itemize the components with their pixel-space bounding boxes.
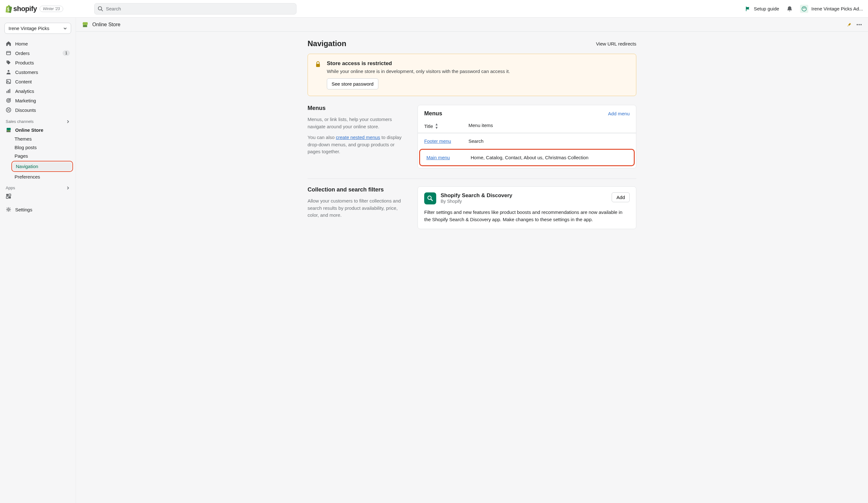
subnav-blog-posts[interactable]: Blog posts — [11, 143, 73, 152]
svg-rect-7 — [7, 91, 8, 93]
sidebar-item-settings[interactable]: Settings — [2, 205, 73, 214]
subnav-label: Blog posts — [14, 145, 37, 150]
subnav-themes[interactable]: Themes — [11, 135, 73, 143]
th-title-label: Title — [424, 124, 433, 129]
svg-point-2 — [802, 6, 806, 11]
sidebar-item-discounts[interactable]: Discounts — [2, 105, 73, 115]
page-title: Navigation — [308, 39, 347, 48]
account-name: Irene Vintage Picks Ad... — [812, 6, 863, 11]
subnav-label: Pages — [14, 153, 28, 159]
tag-icon — [6, 60, 11, 65]
subnav-label: Preferences — [14, 174, 40, 179]
highlight-main-menu-row: Main menu Home, Catalog, Contact, About … — [419, 149, 635, 166]
svg-point-20 — [8, 209, 9, 210]
notifications-icon[interactable] — [787, 6, 793, 12]
menus-desc-1: Menus, or link lists, help your customer… — [308, 116, 409, 130]
store-switcher[interactable]: Irene Vintage Picks — [4, 23, 71, 34]
sidebar-item-label: Orders — [15, 51, 30, 56]
sales-channels-header[interactable]: Sales channels — [2, 115, 73, 125]
th-title[interactable]: Title ▲▼ — [424, 123, 468, 129]
svg-point-24 — [860, 24, 862, 25]
subnav-label: Themes — [14, 136, 32, 142]
store-app-icon — [82, 21, 89, 28]
menus-desc-2: You can also create nested menus to disp… — [308, 134, 409, 156]
pin-icon[interactable] — [847, 22, 851, 27]
percent-icon — [6, 107, 11, 113]
sidebar-item-orders[interactable]: Orders 1 — [2, 48, 73, 58]
create-nested-menus-link[interactable]: create nested menus — [336, 135, 380, 140]
page-topbar-title: Online Store — [92, 22, 121, 28]
sidebar-item-label: Marketing — [15, 98, 36, 103]
store-icon — [6, 127, 11, 133]
svg-point-14 — [9, 110, 10, 111]
account-avatar-icon — [800, 5, 808, 13]
app-desc: Filter settings and new features like pr… — [424, 209, 630, 223]
svg-point-13 — [7, 109, 8, 109]
svg-point-0 — [98, 6, 102, 10]
subnav-label: Navigation — [16, 164, 38, 169]
filters-section-title: Collection and search filters — [308, 186, 409, 193]
svg-rect-25 — [316, 64, 320, 67]
svg-rect-3 — [7, 52, 11, 55]
see-store-password-button[interactable]: See store password — [327, 78, 378, 90]
setup-guide-label: Setup guide — [754, 6, 779, 11]
more-icon[interactable] — [856, 21, 862, 28]
sidebar-item-online-store[interactable]: Online Store — [2, 125, 73, 135]
table-row[interactable]: Footer menu Search — [418, 133, 636, 149]
svg-point-23 — [858, 24, 860, 25]
table-row[interactable]: Main menu Home, Catalog, Contact, About … — [420, 150, 634, 165]
search-input[interactable]: Search — [94, 3, 297, 14]
sidebar-item-analytics[interactable]: Analytics — [2, 86, 73, 96]
sidebar-item-transcy[interactable] — [2, 191, 73, 201]
add-app-button[interactable]: Add — [612, 192, 630, 202]
sales-channels-label: Sales channels — [6, 119, 33, 124]
apps-header[interactable]: Apps — [2, 181, 73, 191]
account-menu[interactable]: Irene Vintage Picks Ad... — [800, 5, 863, 13]
search-discovery-card: Shopify Search & Discovery By Shopify Ad… — [417, 186, 636, 229]
edition-badge[interactable]: Winter '23 — [40, 6, 63, 12]
sidebar-item-products[interactable]: Products — [2, 58, 73, 67]
chevron-right-icon — [66, 120, 70, 124]
text-fragment: You can also — [308, 135, 336, 140]
sort-icon: ▲▼ — [435, 123, 438, 129]
target-icon — [6, 98, 11, 103]
app-icon — [6, 193, 11, 199]
sidebar-item-label: Products — [15, 60, 34, 65]
store-switcher-label: Irene Vintage Picks — [9, 25, 49, 31]
subnav-navigation[interactable]: Navigation — [13, 162, 72, 171]
sidebar-item-label: Content — [15, 79, 32, 84]
sidebar-item-home[interactable]: Home — [2, 39, 73, 48]
subnav-preferences[interactable]: Preferences — [11, 172, 73, 181]
menu-row-title-link[interactable]: Footer menu — [424, 138, 451, 144]
person-icon — [6, 69, 11, 75]
svg-rect-19 — [9, 197, 11, 198]
menu-row-items: Search — [468, 138, 630, 144]
sidebar-item-label: Customers — [15, 70, 38, 75]
sidebar-item-customers[interactable]: Customers — [2, 67, 73, 77]
shopify-logo[interactable]: shopify — [5, 5, 37, 13]
svg-line-27 — [431, 199, 433, 201]
sidebar-item-content[interactable]: Content — [2, 77, 73, 86]
menu-row-title-link[interactable]: Main menu — [426, 155, 450, 160]
th-menu-items: Menu items — [468, 123, 493, 129]
app-subtitle: By Shopify — [441, 199, 513, 204]
setup-guide-button[interactable]: Setup guide — [745, 6, 779, 12]
filters-desc: Allow your customers to filter collectio… — [308, 198, 409, 219]
app-title: Shopify Search & Discovery — [441, 192, 513, 199]
lock-icon — [315, 61, 321, 68]
svg-rect-18 — [6, 197, 8, 198]
svg-line-1 — [102, 10, 103, 11]
chevron-down-icon — [63, 27, 67, 30]
view-url-redirects-link[interactable]: View URL redirects — [596, 41, 636, 46]
image-icon — [6, 79, 11, 84]
subnav-pages[interactable]: Pages — [11, 152, 73, 160]
add-menu-link[interactable]: Add menu — [608, 111, 630, 116]
gear-icon — [6, 207, 11, 212]
svg-point-26 — [428, 196, 431, 199]
sidebar-item-marketing[interactable]: Marketing — [2, 96, 73, 105]
sidebar-item-label: Online Store — [15, 127, 43, 133]
chevron-right-icon — [66, 186, 70, 190]
menu-row-items: Home, Catalog, Contact, About us, Christ… — [471, 155, 628, 160]
home-icon — [6, 41, 11, 46]
orders-icon — [6, 50, 11, 56]
